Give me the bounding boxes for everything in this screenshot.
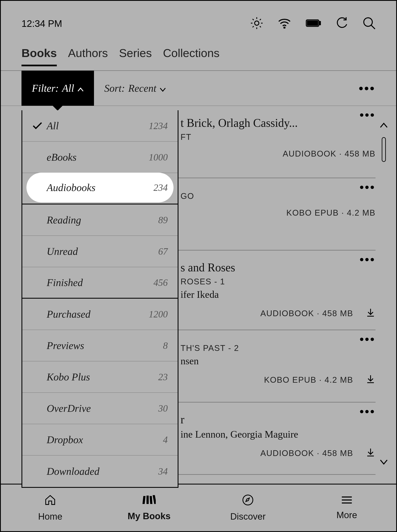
filter-option-count: 1234 <box>149 120 168 131</box>
filter-option-label: Finished <box>47 277 154 289</box>
filter-option-reading[interactable]: Reading89 <box>22 204 178 236</box>
compass-icon <box>242 494 254 508</box>
filter-option-count: 89 <box>158 215 168 226</box>
svg-point-0 <box>255 21 259 25</box>
book-meta: AUDIOBOOK · 458 MB <box>180 308 376 319</box>
chevron-up-icon <box>77 82 84 94</box>
book-menu-button[interactable]: ••• <box>360 332 376 346</box>
filter-option-overdrive[interactable]: OverDrive30 <box>22 393 178 424</box>
book-menu-button[interactable]: ••• <box>360 108 376 121</box>
book-title: t Brick, Orlagh Cassidy... <box>180 116 376 130</box>
download-icon[interactable] <box>366 374 376 386</box>
filter-option-label: Unread <box>47 245 158 257</box>
filter-button[interactable]: Filter: All <box>21 71 94 106</box>
book-meta: KOBO EPUB · 4.2 MB <box>180 374 376 386</box>
filter-option-count: 23 <box>158 371 168 383</box>
status-bar: 12:34 PM <box>1 1 396 42</box>
filter-option-count: 234 <box>154 182 168 193</box>
svg-marker-26 <box>246 498 249 501</box>
sync-icon[interactable] <box>335 17 348 30</box>
filter-sort-bar: Filter: All Sort: Recent ••• <box>1 71 396 106</box>
filter-option-count: 1000 <box>149 152 168 163</box>
nav-mybooks[interactable]: My Books <box>100 484 199 531</box>
book-meta: KOBO EPUB · 4.2 MB <box>180 208 376 217</box>
check-icon <box>28 122 47 130</box>
nav-more-label: More <box>336 510 357 520</box>
svg-line-4 <box>260 26 261 27</box>
filter-option-purchased[interactable]: Purchased1200 <box>22 299 178 330</box>
filter-option-count: 4 <box>163 434 168 445</box>
scroll-handle[interactable] <box>382 137 386 162</box>
chevron-up-icon[interactable] <box>380 123 388 129</box>
filter-value: All <box>62 82 74 94</box>
filter-dropdown: All1234eBooks1000Audiobooks234Reading89U… <box>21 110 179 488</box>
book-author: ifer Ikeda <box>180 289 376 300</box>
book-menu-button[interactable]: ••• <box>360 405 376 418</box>
filter-option-count: 456 <box>154 277 168 288</box>
menu-icon <box>341 495 353 507</box>
library-tabs: Books Authors Series Collections <box>1 42 396 71</box>
filter-option-finished[interactable]: Finished456 <box>22 267 178 299</box>
filter-option-count: 30 <box>158 403 168 414</box>
filter-option-kobo-plus[interactable]: Kobo Plus23 <box>22 361 178 393</box>
download-icon[interactable] <box>366 308 376 319</box>
book-author: nsen <box>180 355 376 367</box>
tab-authors[interactable]: Authors <box>68 46 108 65</box>
nav-home[interactable]: Home <box>1 484 100 531</box>
book-title: s and Roses <box>180 261 376 274</box>
book-menu-button[interactable]: ••• <box>360 253 376 266</box>
scroll-indicator <box>380 123 388 465</box>
filter-option-ebooks[interactable]: eBooks1000 <box>22 142 178 173</box>
filter-option-label: Dropbox <box>47 434 163 446</box>
book-author: ine Lennon, Georgia Maguire <box>180 428 376 440</box>
svg-point-9 <box>284 27 285 28</box>
chevron-down-icon[interactable] <box>380 459 388 465</box>
device-screen: 12:34 PM Books Authors Series Collection… <box>0 0 397 532</box>
mybooks-icon <box>143 495 156 508</box>
book-meta: AUDIOBOOK · 458 MB <box>180 447 376 459</box>
nav-more[interactable]: More <box>298 484 396 531</box>
svg-point-25 <box>243 495 253 505</box>
sort-button[interactable]: Sort: Recent <box>104 82 166 94</box>
filter-option-count: 1200 <box>149 309 168 320</box>
sort-value: Recent <box>128 82 156 94</box>
filter-option-label: Kobo Plus <box>47 371 158 383</box>
filter-option-downloaded[interactable]: Downloaded34 <box>22 456 178 487</box>
status-icons <box>250 17 376 30</box>
svg-line-3 <box>253 19 254 20</box>
book-meta: AUDIOBOOK · 458 MB <box>180 149 376 158</box>
tab-collections[interactable]: Collections <box>163 46 220 65</box>
search-icon[interactable] <box>363 17 376 30</box>
svg-line-7 <box>253 26 254 27</box>
more-options-button[interactable]: ••• <box>359 81 376 95</box>
filter-option-label: Audiobooks <box>47 181 154 193</box>
home-icon <box>44 494 56 508</box>
filter-prefix: Filter: <box>32 82 59 94</box>
filter-option-unread[interactable]: Unread67 <box>22 236 178 267</box>
svg-rect-23 <box>149 496 152 504</box>
svg-rect-11 <box>307 21 318 25</box>
brightness-icon[interactable] <box>250 17 263 30</box>
svg-line-8 <box>260 19 261 20</box>
tab-series[interactable]: Series <box>119 46 152 65</box>
filter-option-label: OverDrive <box>47 402 158 414</box>
filter-option-dropbox[interactable]: Dropbox4 <box>22 424 178 456</box>
nav-mybooks-label: My Books <box>128 511 171 521</box>
nav-discover-label: Discover <box>230 511 266 522</box>
tab-books[interactable]: Books <box>21 46 57 66</box>
filter-option-label: Purchased <box>47 308 149 320</box>
download-icon[interactable] <box>366 447 376 459</box>
filter-option-label: Reading <box>47 214 158 226</box>
filter-option-all[interactable]: All1234 <box>22 110 178 142</box>
book-menu-button[interactable]: ••• <box>360 180 376 194</box>
svg-rect-12 <box>319 21 320 25</box>
wifi-icon[interactable] <box>278 18 291 29</box>
chevron-down-icon <box>160 82 166 94</box>
filter-option-label: Downloaded <box>47 465 158 477</box>
filter-option-previews[interactable]: Previews8 <box>22 330 178 361</box>
nav-home-label: Home <box>38 511 62 522</box>
sort-prefix: Sort: <box>104 82 125 94</box>
filter-option-audiobooks[interactable]: Audiobooks234 <box>27 173 173 202</box>
nav-discover[interactable]: Discover <box>198 484 298 531</box>
book-series: TH'S PAST - 2 <box>180 343 376 353</box>
